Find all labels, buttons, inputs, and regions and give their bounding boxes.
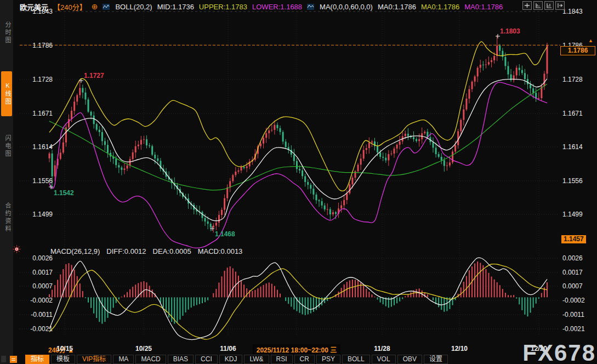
toolbar-item-8[interactable]: LW& (244, 355, 269, 364)
price-axis-label: 1.1614 (562, 143, 596, 151)
price-axis-label: 0.0026 (562, 254, 596, 262)
scale-axis-left-icon[interactable] (533, 1, 543, 10)
range-low-badge: 1.1457 (561, 235, 586, 243)
macd-params-label: MACD(26,12,9) (50, 247, 100, 255)
price-axis-label: -0.0021 (562, 325, 596, 333)
toolbar-item-9[interactable]: RSI (271, 355, 293, 364)
price-axis-label: 1.1499 (19, 211, 53, 218)
price-up-arrow-icon: ▲ (588, 38, 593, 43)
menu-icon[interactable] (10, 356, 17, 363)
price-axis-label: -0.0011 (562, 311, 596, 318)
price-axis-label: 0.0007 (562, 282, 596, 290)
toolbar-item-10[interactable]: CR (294, 355, 315, 364)
chart-tool-buttons (522, 1, 565, 10)
toolbar-item-3[interactable]: MA (113, 355, 134, 364)
alert-blinker-icon[interactable] (13, 245, 21, 253)
toolbar-item-2[interactable]: VIP指标 (77, 355, 111, 364)
macd-header: MACD(26,12,9) DIFF:0.0012 DEA:0.0005 MAC… (50, 247, 242, 255)
price-axis-label: 1.1728 (562, 76, 596, 83)
kline-app-window: 分时图K线图闪电图合约资料 欧元美元 【240分】 ⊕ BOLL(20,2) M… (0, 0, 597, 364)
candlestick-chart-canvas[interactable] (0, 0, 597, 364)
toolbar-item-5[interactable]: BIAS (168, 355, 194, 364)
macd-dea-value: DEA:0.0005 (153, 247, 191, 255)
price-axis-label: 1.1499 (562, 211, 596, 218)
period-tag[interactable]: 【240分】 (53, 2, 87, 12)
date-tick-label: 10/15 (56, 345, 73, 352)
toolbar-item-11[interactable]: PSY (316, 355, 340, 364)
date-tick-label: 10/25 (135, 345, 152, 352)
toolbar-item-7[interactable]: KDJ (219, 355, 243, 364)
extreme-price-annotation: 1.1468 (215, 230, 235, 238)
price-axis-label: 1.1671 (19, 110, 53, 117)
toolbar-item-13[interactable]: VOL (372, 355, 396, 364)
watermark-logo: FX678 (522, 340, 596, 364)
extreme-price-annotation: 1.1727 (84, 72, 104, 79)
boll-label: BOLL(20,2) (115, 3, 152, 11)
macd-macd-value: MACD:0.0013 (198, 247, 243, 255)
add-compare-icon[interactable]: ⊕ (92, 3, 98, 10)
indicator-toolbar: 指标模板VIP指标MAMACDBIASCCIKDJLW&RSICRPSYBOLL… (25, 354, 448, 364)
price-axis-label: 1.1786 (19, 42, 53, 49)
price-axis-label: 1.1556 (562, 177, 596, 185)
ma-label: MA(0,0,0,60,0,0) (320, 3, 373, 11)
boll-mid-value: MID:1.1736 (157, 3, 194, 11)
boll-upper-value: UPPER:1.1783 (199, 3, 247, 11)
price-axis-label: -0.0002 (19, 297, 53, 304)
price-axis-label: 1.1843 (562, 8, 596, 15)
price-axis-label: -0.0002 (562, 297, 596, 304)
date-tick-label: 11/06 (220, 345, 236, 352)
price-axis-label: 0.0017 (562, 269, 596, 276)
extreme-price-annotation: 1.1542 (54, 189, 74, 197)
price-axis-label: 1.1614 (19, 143, 53, 151)
toolbar-item-15[interactable]: 设置 (424, 355, 448, 364)
toolbar-item-1[interactable]: 模板 (51, 355, 75, 364)
price-axis-label: 0.0017 (19, 269, 53, 276)
current-price-badge: 1.1786 (560, 46, 595, 55)
price-axis-label: -0.0021 (19, 325, 53, 333)
extreme-price-annotation: 1.1803 (500, 27, 520, 35)
bottom-corner-button[interactable] (1, 356, 6, 362)
boll-lower-value: LOWER:1.1688 (252, 3, 302, 11)
symbol-name: 欧元美元 (20, 2, 48, 12)
toolbar-item-6[interactable]: CCI (195, 355, 218, 364)
collapse-panel-icon[interactable] (555, 1, 565, 10)
price-axis-label: 1.1728 (19, 76, 53, 83)
chart-header: 欧元美元 【240分】 ⊕ BOLL(20,2) MID:1.1736 UPPE… (20, 2, 503, 12)
price-axis-label: -0.0011 (19, 311, 53, 318)
price-axis-label: 1.1556 (19, 177, 53, 185)
toolbar-item-4[interactable]: MACD (135, 355, 166, 364)
ma0-value-yellow: MA0:1.1786 (421, 3, 459, 11)
ma0-value-white: MA0:1.1786 (378, 3, 416, 11)
date-tick-label: 12/10 (451, 345, 468, 352)
price-axis-label: 1.1671 (562, 110, 596, 117)
selected-candle-datetime-label: 2025/11/12 18:00~22:00 三 (253, 344, 340, 355)
macd-diff-value: DIFF:0.0012 (106, 247, 146, 255)
toolbar-item-0[interactable]: 指标 (25, 355, 49, 364)
date-tick-label: 11/28 (374, 345, 390, 352)
toolbar-item-12[interactable]: BOLL (342, 355, 370, 364)
scale-axis-right-icon[interactable] (544, 1, 554, 10)
price-axis-label: 0.0026 (19, 254, 53, 262)
crosshair-tool-icon[interactable] (522, 1, 532, 10)
ma0-value-magenta: MA0:1.1786 (464, 3, 503, 11)
price-axis-label: 0.0007 (19, 282, 53, 290)
ma-indicator-icon[interactable] (307, 3, 315, 10)
toolbar-item-14[interactable]: OBV (397, 355, 422, 364)
boll-indicator-icon[interactable] (103, 3, 110, 10)
